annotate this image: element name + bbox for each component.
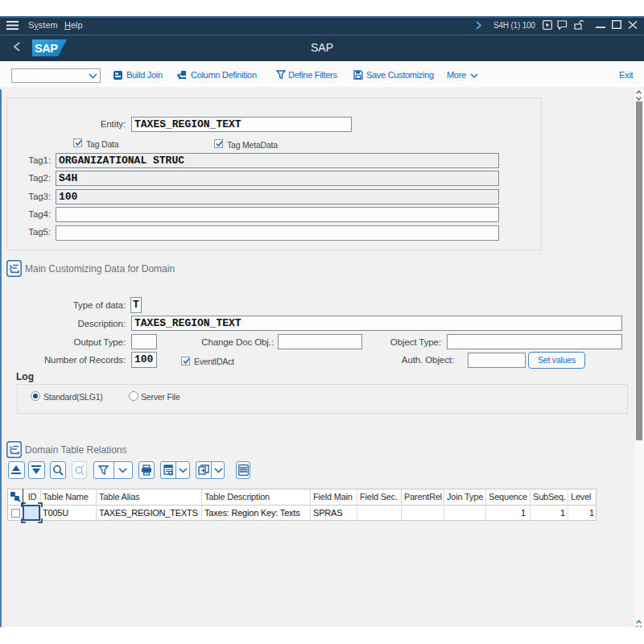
svg-text:SAP: SAP [35,42,58,55]
